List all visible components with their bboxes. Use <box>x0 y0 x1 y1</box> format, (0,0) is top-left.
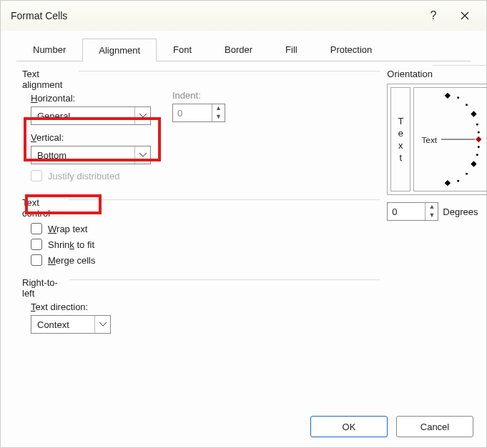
orientation-box: Text Text <box>387 84 487 195</box>
svg-rect-7 <box>476 136 481 142</box>
close-icon <box>461 11 469 20</box>
indent-label: Indent: <box>172 90 225 101</box>
tab-border[interactable]: Border <box>208 38 269 61</box>
svg-rect-13 <box>445 180 451 186</box>
svg-point-2 <box>458 96 460 99</box>
orientation-section: Orientation <box>387 69 487 79</box>
text-control-section: Text control <box>22 197 380 219</box>
tab-fill[interactable]: Fill <box>269 38 314 61</box>
rtl-section: Right-to-left <box>22 277 380 299</box>
svg-point-8 <box>478 146 480 148</box>
vertical-label: Vertical: <box>31 132 151 143</box>
spinner-down-icon[interactable]: ▼ <box>425 211 438 220</box>
svg-point-5 <box>476 124 478 126</box>
titlebar: Format Cells ? <box>1 1 486 31</box>
dialog-title: Format Cells <box>11 10 418 21</box>
tab-strip: Number Alignment Font Border Fill Protec… <box>16 38 471 61</box>
text-direction-select[interactable]: Context <box>31 315 111 334</box>
orientation-text-label: Text <box>422 135 438 145</box>
degrees-spinner[interactable]: 0 ▲ ▼ <box>387 202 438 221</box>
justify-distributed-checkbox: Justify distributed <box>31 170 151 181</box>
horizontal-label: Horizontal: <box>31 93 151 104</box>
svg-point-3 <box>466 104 468 106</box>
horizontal-select[interactable]: General <box>31 106 151 125</box>
tab-alignment[interactable]: Alignment <box>82 39 157 61</box>
svg-rect-10 <box>471 161 477 166</box>
merge-cells-checkbox[interactable]: Merge cells <box>31 254 380 266</box>
chevron-down-icon <box>134 146 150 164</box>
indent-spinner[interactable]: 0 ▲ ▼ <box>172 104 225 122</box>
text-alignment-section: Text alignment <box>22 69 380 90</box>
help-button[interactable]: ? <box>418 5 449 26</box>
chevron-down-icon <box>94 316 110 333</box>
wrap-text-checkbox[interactable]: Wrap text <box>31 223 380 234</box>
degrees-label: Degrees <box>443 206 478 217</box>
shrink-to-fit-checkbox[interactable]: Shrink to fit <box>31 239 380 250</box>
svg-rect-4 <box>471 111 477 116</box>
svg-point-12 <box>458 180 460 182</box>
close-button[interactable] <box>449 5 481 26</box>
spinner-down-icon[interactable]: ▼ <box>212 113 225 121</box>
vertical-select[interactable]: Bottom <box>31 146 151 164</box>
chevron-down-icon <box>134 107 150 124</box>
tab-protection[interactable]: Protection <box>314 38 389 61</box>
svg-point-6 <box>478 131 480 134</box>
tab-font[interactable]: Font <box>157 38 208 61</box>
text-direction-label: Text direction: <box>31 302 380 312</box>
tab-number[interactable]: Number <box>16 38 82 61</box>
svg-point-9 <box>476 154 478 156</box>
svg-rect-1 <box>445 93 451 99</box>
vertical-text-button[interactable]: Text <box>390 87 410 191</box>
format-cells-dialog: Format Cells ? Number Alignment Font Bor… <box>0 0 487 448</box>
orientation-dial[interactable]: Text <box>413 87 487 191</box>
spinner-up-icon[interactable]: ▲ <box>212 104 225 113</box>
cancel-button[interactable]: Cancel <box>396 416 473 437</box>
spinner-up-icon[interactable]: ▲ <box>425 203 438 211</box>
svg-point-11 <box>466 173 468 175</box>
ok-button[interactable]: OK <box>310 416 388 437</box>
